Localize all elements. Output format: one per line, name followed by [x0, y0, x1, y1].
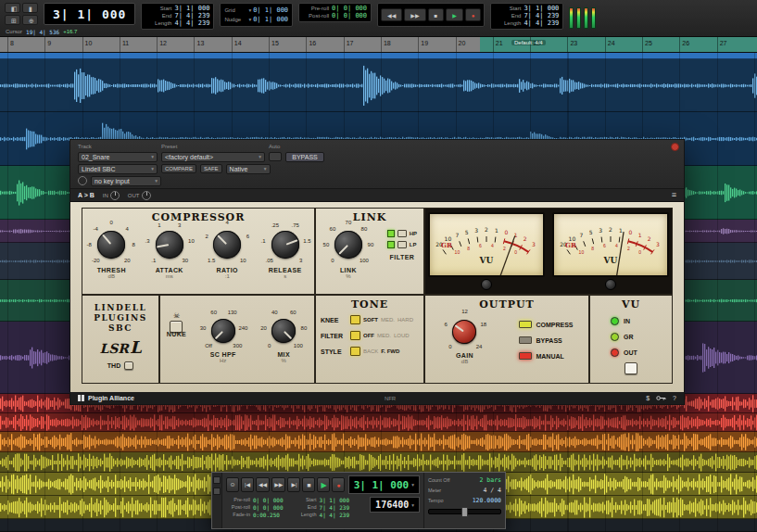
plugin-selector[interactable]: Lindell SBC▾ [78, 164, 158, 174]
countoff-value[interactable]: 2 bars [480, 476, 501, 484]
native-selector[interactable]: Native▾ [226, 164, 271, 174]
tempo-value[interactable]: 120.0000 [473, 497, 501, 504]
stop-button[interactable]: ■ [302, 477, 315, 492]
trim-tool-icon[interactable]: ◧ [5, 3, 20, 13]
field-value[interactable]: 0| 0| 000 [253, 504, 284, 511]
transport-sample-counter[interactable]: 176400 ▾ [370, 497, 420, 513]
hp-button[interactable] [397, 230, 407, 237]
field-value[interactable]: 4| 4| 239 [524, 20, 559, 27]
svg-text:2: 2 [485, 226, 488, 233]
thresh-knob[interactable]: -20-8-404820THRESHdB [85, 219, 137, 279]
compare-button[interactable]: COMPARE [161, 164, 196, 173]
tempo-slider-thumb[interactable] [461, 507, 468, 517]
field-value[interactable]: 0| 0| 000 [332, 6, 367, 12]
play-button[interactable]: ▶ [446, 8, 463, 21]
field-value[interactable]: 7| 4| 239 [174, 13, 209, 19]
close-icon[interactable] [671, 143, 679, 151]
field-value[interactable]: 3| 1| 000 [174, 6, 209, 12]
thd-button[interactable] [124, 361, 133, 370]
output-trim-dial[interactable] [142, 191, 151, 200]
compress-button[interactable] [519, 321, 532, 328]
field-value[interactable]: 0| 0| 000 [332, 13, 367, 19]
rewind-button[interactable]: ◀◀ [381, 8, 402, 21]
tone-option-ffwd[interactable]: F. FWD [381, 348, 399, 354]
return-to-zero-button[interactable]: |◀ [241, 477, 254, 492]
fast-forward-button[interactable]: ▶▶ [271, 477, 285, 492]
key-icon[interactable] [656, 395, 666, 402]
knob-tick: 60 [330, 226, 336, 232]
tone-option-off[interactable]: OFF [363, 333, 374, 338]
mix-knob[interactable]: 020406080100MIX% [259, 307, 308, 363]
field-pre-roll: Pre-roll0| 0| 000 [303, 6, 367, 12]
tone-option-hard[interactable]: HARD [397, 317, 413, 323]
rewind-button[interactable]: ◀◀ [256, 477, 270, 492]
record-button[interactable]: ● [332, 477, 345, 492]
play-button[interactable]: ▶ [317, 477, 330, 492]
field-value[interactable]: 7| 4| 239 [524, 13, 559, 19]
nudge-caret-icon[interactable]: ▾ [248, 17, 251, 22]
stop-button[interactable]: ■ [428, 8, 445, 21]
grabber-tool-icon[interactable]: ⊞ [5, 15, 20, 25]
field-value[interactable]: 4| 4| 239 [320, 512, 350, 518]
bypass-button[interactable]: BYPASS [285, 152, 324, 162]
track-drums-blue-1[interactable] [0, 59, 757, 112]
transport-main-counter[interactable]: 3| 1| 000 ▾ [348, 475, 420, 494]
record-button[interactable]: ● [465, 8, 482, 21]
tone-option-soft[interactable]: SOFT [363, 317, 378, 323]
ab-compare-button[interactable]: A > B [78, 192, 95, 198]
meter-trim-left[interactable] [481, 279, 492, 290]
attack-knob[interactable]: .1.3131030ATTACKms [144, 219, 196, 279]
lp-button[interactable] [397, 241, 407, 248]
tone-option-back[interactable]: BACK [363, 348, 378, 354]
input-trim-dial[interactable] [110, 191, 120, 200]
style-button[interactable] [350, 347, 360, 356]
track-selector[interactable]: 02_Snare▾ [78, 152, 158, 162]
field-value[interactable]: 0| 0| 000 [253, 497, 284, 503]
tempo-slider[interactable] [428, 509, 501, 514]
tone-option-loud[interactable]: LOUD [394, 333, 410, 338]
field-value[interactable]: 0:00.250 [253, 512, 280, 518]
field-value[interactable]: 7| 4| 239 [320, 504, 350, 511]
safe-button[interactable]: SAFE [200, 164, 222, 173]
preset-selector[interactable]: <factory default>▾ [161, 152, 265, 162]
filter-button[interactable] [350, 331, 360, 340]
manual-button[interactable] [519, 352, 532, 360]
release-knob[interactable]: .05.1.25.751.53RELEASEs [259, 219, 311, 279]
track-olive-1[interactable] [0, 452, 757, 473]
online-button[interactable]: ⊙ [226, 477, 239, 492]
sc-hpf-knob[interactable]: Off3060130240300SC HPFHz [199, 307, 247, 363]
fast-forward-button[interactable]: ▶▶ [404, 8, 425, 21]
vu-mode-button[interactable] [625, 362, 637, 374]
link-knob[interactable]: 05060708090100LINK% [322, 219, 374, 279]
dollar-icon[interactable]: $ [646, 395, 650, 401]
edit-tools: ◧▮⊞⊕ [5, 3, 38, 25]
hamburger-menu-icon[interactable]: ≡ [672, 191, 676, 199]
knee-button[interactable] [350, 315, 360, 324]
track-orange-1[interactable] [0, 432, 757, 452]
auto-enable-button[interactable] [269, 152, 282, 161]
zoom-tool-icon[interactable]: ⊕ [22, 15, 38, 25]
field-value[interactable]: 3| 1| 000 [524, 6, 559, 12]
bars-beats-ruler[interactable]: 89101112131415161718192021222324252627 D… [0, 37, 757, 53]
tone-option-med[interactable]: MED. [377, 333, 391, 338]
track-red-2[interactable] [0, 413, 757, 432]
selector-tool-icon[interactable]: ▮ [22, 3, 38, 13]
gain-knob[interactable]: 06121824GAINdB [440, 308, 488, 364]
bypass-button[interactable] [519, 336, 532, 344]
meter-trim-right[interactable] [605, 279, 616, 290]
track-tempo-ruler[interactable] [0, 53, 757, 59]
key-input-selector[interactable]: no key input▾ [91, 176, 161, 186]
meter-marker[interactable]: Default: 4/4 [511, 40, 546, 45]
go-to-end-button[interactable]: ▶| [287, 477, 300, 492]
main-counter[interactable]: 3| 1| 000 [44, 3, 135, 25]
meter-value[interactable]: 4 / 4 [483, 487, 501, 494]
ratio-knob[interactable]: 1.524610RATIO:1 [201, 219, 253, 279]
field-value[interactable]: 4| 4| 239 [174, 20, 209, 27]
help-icon[interactable]: ? [673, 395, 676, 401]
grid-caret-icon[interactable]: ▾ [248, 7, 251, 13]
tone-option-med[interactable]: MED. [381, 317, 395, 323]
field-value[interactable]: 3| 1| 000 [320, 497, 350, 503]
nudge-value[interactable]: 0| 1| 000 [253, 16, 288, 23]
grid-value[interactable]: 0| 1| 000 [253, 6, 288, 14]
field-label: End [145, 13, 171, 19]
